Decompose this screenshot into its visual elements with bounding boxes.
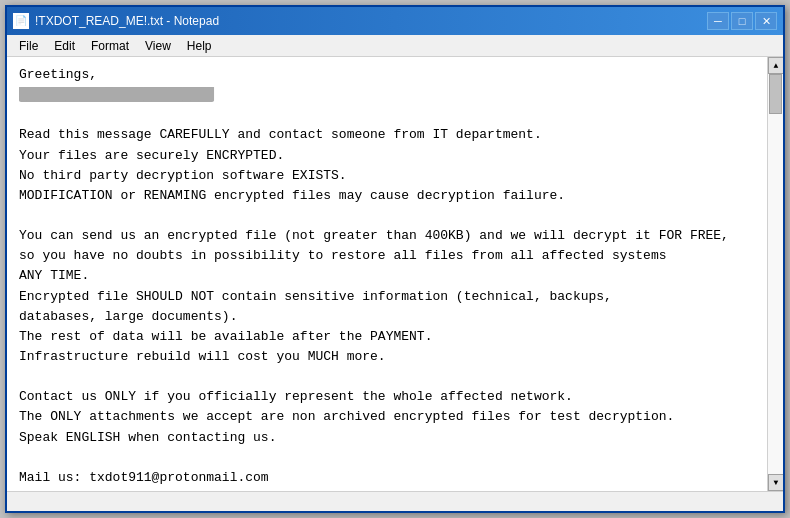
scrollbar-thumb[interactable] (769, 74, 782, 114)
window-controls: ─ □ ✕ (707, 12, 777, 30)
menu-file[interactable]: File (11, 37, 46, 55)
title-bar-left: 📄 !TXDOT_READ_ME!.txt - Notepad (13, 13, 219, 29)
menu-bar: File Edit Format View Help (7, 35, 783, 57)
menu-view[interactable]: View (137, 37, 179, 55)
content-area: Greetings, ██████████ █ ████████████ Rea… (7, 57, 783, 491)
menu-help[interactable]: Help (179, 37, 220, 55)
scroll-down-button[interactable]: ▼ (768, 474, 783, 491)
menu-format[interactable]: Format (83, 37, 137, 55)
menu-edit[interactable]: Edit (46, 37, 83, 55)
notepad-window: 📄 !TXDOT_READ_ME!.txt - Notepad ─ □ ✕ Fi… (5, 5, 785, 513)
scrollbar-track[interactable] (768, 74, 783, 474)
text-editor[interactable]: Greetings, ██████████ █ ████████████ Rea… (7, 57, 767, 491)
redacted-text: ██████████ █ ████████████ (19, 87, 214, 102)
close-button[interactable]: ✕ (755, 12, 777, 30)
message-body: Read this message CAREFULLY and contact … (19, 127, 729, 491)
vertical-scrollbar[interactable]: ▲ ▼ (767, 57, 783, 491)
greeting-line: Greetings, (19, 67, 97, 82)
scroll-up-button[interactable]: ▲ (768, 57, 783, 74)
status-bar (7, 491, 783, 511)
maximize-button[interactable]: □ (731, 12, 753, 30)
minimize-button[interactable]: ─ (707, 12, 729, 30)
app-icon: 📄 (13, 13, 29, 29)
window-title: !TXDOT_READ_ME!.txt - Notepad (35, 14, 219, 28)
title-bar: 📄 !TXDOT_READ_ME!.txt - Notepad ─ □ ✕ (7, 7, 783, 35)
